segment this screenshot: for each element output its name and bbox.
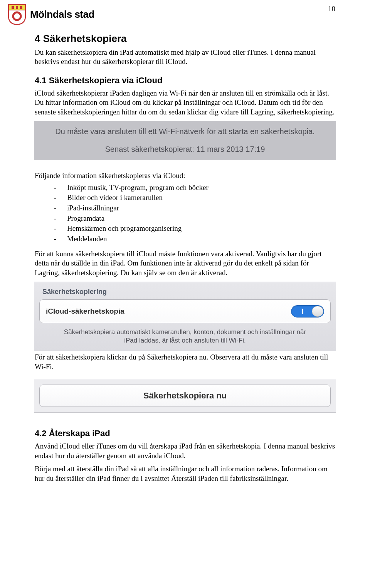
wifi-required-text: Du måste vara ansluten till ett Wi-Fi-nä… [45,126,325,136]
list-item: -Meddelanden [54,234,335,244]
page-header: Mölndals stad 10 [8,4,335,25]
icloud-backup-toggle[interactable] [291,305,324,318]
backup-list-intro: Följande information säkerhetskopieras v… [35,171,335,181]
icloud-backup-row[interactable]: iCloud-säkerhetskopia [39,299,331,323]
last-backup-text: Senast säkerhetskopierat: 11 mars 2013 1… [45,144,325,154]
org-logo-block: Mölndals stad [8,4,94,25]
ios-settings-panel: Säkerhetskopiering iCloud-säkerhetskopia… [34,282,336,351]
backup-items-list: -Inköpt musik, TV-program, program och b… [35,183,335,244]
list-item: -Hemskärmen och programorganisering [54,224,335,234]
list-item: -iPad-inställningar [54,203,335,213]
backup-now-panel: Säkerhetskopiera nu [34,379,336,413]
settings-section-label: Säkerhetskopiering [34,282,336,299]
list-item: -Inköpt musik, TV-program, program och b… [54,183,335,193]
svg-rect-0 [12,6,14,9]
org-name: Mölndals stad [30,8,94,21]
icloud-backup-label: iCloud-säkerhetskopia [46,307,124,316]
svg-rect-1 [16,6,18,9]
section-4-2-p1: Använd iCloud eller iTunes om du vill åt… [35,442,335,460]
settings-description: Säkerhetskopiera automatiskt kamerarulle… [34,323,336,351]
svg-rect-2 [20,6,22,9]
section-4-2-heading: 4.2 Återskapa iPad [35,428,335,439]
activate-info-paragraph: För att kunna säkerhetskopiera till iClo… [35,249,335,278]
section-4-2-p2: Börja med att återställa din iPad så att… [35,464,335,483]
section-4-heading: 4 Säkerhetskopiera [35,32,335,45]
backup-now-button[interactable]: Säkerhetskopiera nu [39,385,331,407]
ios-backup-status-box: Du måste vara ansluten till ett Wi-Fi-nä… [34,121,336,160]
page-number: 10 [328,4,335,14]
backup-now-instruction: För att säkerhetskopiera klickar du på S… [35,353,335,371]
list-item: -Bilder och videor i kamerarullen [54,193,335,203]
molndal-crest-icon [8,4,26,25]
section-4-1-heading: 4.1 Säkerhetskopiera via iCloud [35,75,335,86]
list-item: -Programdata [54,214,335,223]
section-4-intro: Du kan säkerhetskopiera din iPad automat… [35,48,335,67]
section-4-1-body: iCloud säkerhetskopierar iPaden dagligen… [35,89,335,117]
